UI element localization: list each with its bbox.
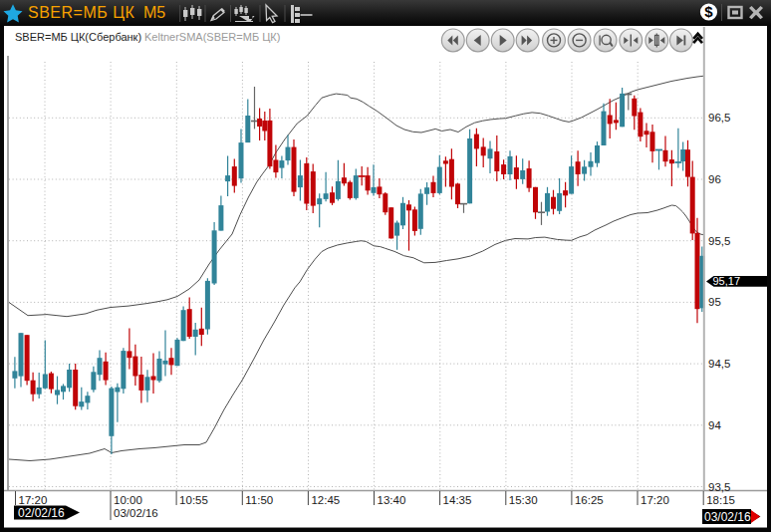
svg-text:$: $ bbox=[704, 3, 713, 20]
